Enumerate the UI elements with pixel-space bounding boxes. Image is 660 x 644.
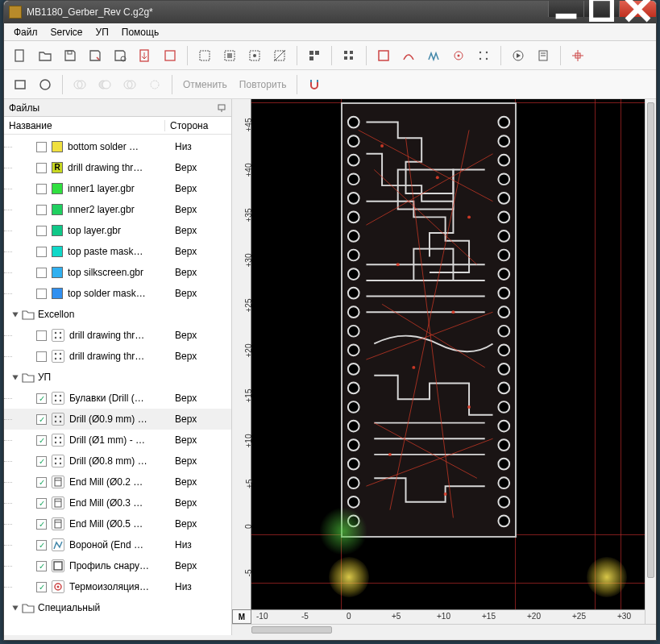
select-touch-button[interactable] [268, 44, 291, 67]
tree-group[interactable]: Специальный [4, 597, 231, 618]
color-swatch[interactable] [52, 246, 63, 257]
tree-item[interactable]: top paste mask…Верх [4, 241, 231, 262]
select-all-button[interactable] [193, 44, 216, 67]
visibility-checkbox[interactable] [36, 268, 47, 278]
color-swatch[interactable]: R [52, 162, 63, 173]
tree-item[interactable]: Термоизоляция…Низ [4, 576, 231, 597]
visibility-checkbox[interactable] [36, 184, 47, 194]
layer-type-icon [52, 455, 64, 467]
visibility-checkbox[interactable] [36, 226, 47, 236]
tree-item[interactable]: drill drawing thr…Верх [4, 346, 231, 367]
col-side[interactable]: Сторона [165, 120, 231, 131]
layer-red-button[interactable] [372, 44, 395, 67]
magnet-button[interactable] [303, 73, 326, 96]
redo-button[interactable]: Повторить [235, 79, 292, 90]
open-button[interactable] [34, 44, 56, 67]
color-swatch[interactable] [52, 267, 63, 278]
saveas-button[interactable] [84, 44, 106, 67]
pcb-canvas[interactable]: +45+40+35+30+25+20+15+10+50-5 -10-50+5+1… [232, 99, 656, 635]
color-swatch[interactable] [52, 288, 63, 299]
menu-file[interactable]: Файл [7, 25, 44, 39]
color-swatch[interactable] [52, 183, 63, 194]
visibility-checkbox[interactable] [36, 561, 47, 571]
tree-item[interactable]: Drill (Ø1 mm) - …Верх [4, 430, 231, 451]
menu-help[interactable]: Помощь [115, 25, 165, 39]
tree-group[interactable]: УП [4, 367, 231, 388]
select-inside-button[interactable] [243, 44, 266, 67]
horizontal-scrollbar[interactable] [232, 624, 656, 635]
visibility-checkbox[interactable] [36, 142, 47, 152]
close-button[interactable] [619, 1, 656, 17]
target-button[interactable] [447, 44, 470, 67]
visibility-checkbox[interactable] [36, 519, 47, 530]
visibility-checkbox[interactable] [36, 163, 47, 173]
visibility-checkbox[interactable] [36, 330, 47, 341]
tree-item[interactable]: End Mill (Ø0.3 …Верх [4, 492, 231, 513]
svg-point-27 [486, 51, 488, 52]
visibility-checkbox[interactable] [36, 435, 47, 446]
col-name[interactable]: Название [4, 120, 165, 131]
visibility-checkbox[interactable] [36, 456, 47, 467]
visibility-checkbox[interactable] [36, 205, 47, 215]
color-swatch[interactable] [52, 204, 63, 215]
ruler-v-tick: 0 [245, 525, 254, 530]
tree-item[interactable]: bottom solder …Низ [4, 136, 231, 157]
qr-button[interactable] [303, 44, 326, 67]
maximize-button[interactable] [583, 1, 619, 17]
visibility-checkbox[interactable] [36, 393, 47, 404]
tree-item[interactable]: Rdrill drawing thr…Верх [4, 157, 231, 178]
rect-tool[interactable] [9, 73, 31, 96]
zigzag-button[interactable] [422, 44, 445, 67]
expander-icon[interactable] [10, 372, 20, 382]
center-button[interactable] [567, 44, 589, 67]
tree-item[interactable]: End Mill (Ø0.5 …Верх [4, 513, 231, 534]
dots-button[interactable] [472, 44, 495, 67]
visibility-checkbox[interactable] [36, 351, 47, 362]
expander-icon[interactable] [10, 310, 20, 319]
color-swatch[interactable] [52, 225, 63, 236]
menu-cnc[interactable]: УП [89, 25, 115, 39]
tree-group[interactable]: Excellon [4, 304, 231, 325]
save-button[interactable] [59, 44, 81, 67]
tree-item[interactable]: Drill (Ø0.8 mm) …Верх [4, 451, 231, 472]
titlebar[interactable]: MB1180_Gerber_Rev C.g2g* [4, 1, 656, 23]
report-button[interactable] [532, 44, 554, 67]
grid-button[interactable] [338, 44, 360, 67]
visibility-checkbox[interactable] [36, 414, 47, 425]
ruler-unit[interactable]: M [232, 609, 251, 624]
visibility-checkbox[interactable] [36, 498, 47, 509]
import-button[interactable] [134, 44, 156, 67]
delete-button[interactable] [159, 44, 181, 67]
tree-item[interactable]: inner1 layer.gbrВерх [4, 178, 231, 199]
menu-service[interactable]: Service [44, 25, 89, 39]
tree-item[interactable]: Drill (Ø0.9 mm) …Верх [4, 409, 231, 430]
tree-item[interactable]: Булавки (Drill (…Верх [4, 388, 231, 409]
tree-item[interactable]: top layer.gbrВерх [4, 220, 231, 241]
visibility-checkbox[interactable] [36, 289, 47, 299]
visibility-checkbox[interactable] [36, 477, 47, 488]
tree-item[interactable]: inner2 layer.gbrВерх [4, 199, 231, 220]
expander-icon[interactable] [10, 603, 20, 613]
undo-button[interactable]: Отменить [178, 79, 232, 90]
new-button[interactable] [9, 44, 31, 67]
file-tree[interactable]: bottom solder …НизRdrill drawing thr…Вер… [4, 135, 231, 635]
tree-item[interactable]: Профиль снару…Верх [4, 555, 231, 576]
tree-item[interactable]: top solder mask…Верх [4, 283, 231, 304]
visibility-checkbox[interactable] [36, 540, 47, 551]
color-swatch[interactable] [52, 141, 63, 152]
circle-tool[interactable] [34, 73, 56, 96]
layer-type-icon [52, 434, 64, 447]
select-rect-button[interactable] [218, 44, 241, 67]
pin-icon[interactable] [217, 103, 226, 113]
vertical-scrollbar[interactable] [645, 99, 656, 624]
tree-item[interactable]: End Mill (Ø0.2 …Верх [4, 472, 231, 492]
visibility-checkbox[interactable] [36, 582, 47, 592]
tree-item[interactable]: Вороной (End …Низ [4, 534, 231, 555]
path-button[interactable] [397, 44, 420, 67]
visibility-checkbox[interactable] [36, 247, 47, 257]
export-button[interactable] [109, 44, 131, 67]
tree-item[interactable]: drill drawing thr…Верх [4, 325, 231, 346]
tree-item[interactable]: top silkscreen.gbrВерх [4, 262, 231, 283]
minimize-button[interactable] [548, 1, 583, 17]
play-button[interactable] [507, 44, 529, 67]
